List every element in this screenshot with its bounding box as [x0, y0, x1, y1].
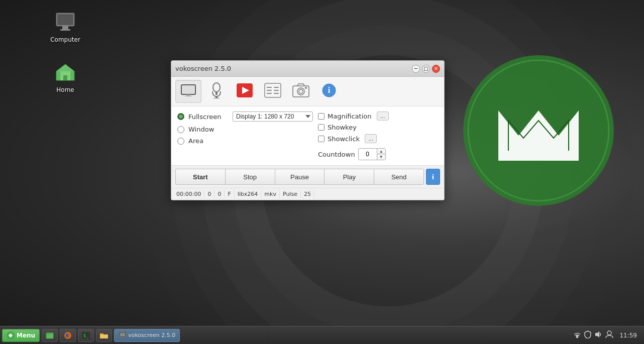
- terminal-icon: $_: [81, 331, 90, 340]
- magnification-settings-button[interactable]: ...: [377, 111, 389, 121]
- window-minimize-button[interactable]: ─: [412, 65, 420, 73]
- mint-logo: [458, 50, 619, 212]
- computer-icon-label: Computer: [50, 36, 80, 43]
- window-maximize-button[interactable]: □: [422, 65, 430, 73]
- magnification-label: Magnification: [328, 112, 372, 120]
- options-section: Magnification ... Showkey Showclick ... …: [313, 111, 438, 160]
- home-icon-label: Home: [56, 86, 74, 93]
- folder-icon: [99, 331, 109, 340]
- magnification-row: Magnification ...: [318, 111, 438, 121]
- showkey-checkbox[interactable]: [318, 124, 325, 131]
- status-encoder: libx264: [235, 190, 262, 198]
- svg-rect-13: [216, 92, 218, 95]
- countdown-row: Countdown ▲ ▼: [318, 148, 438, 160]
- status-time: 00:00:00: [175, 190, 204, 198]
- showclick-settings-button[interactable]: ...: [365, 134, 377, 143]
- fullscreen-radio[interactable]: [177, 113, 184, 120]
- taskbar-vokoscreen-item[interactable]: vokoscreen 2.5.0: [114, 329, 180, 342]
- svg-rect-21: [267, 93, 272, 94]
- tray-shield-icon[interactable]: [584, 330, 591, 340]
- desktop-icon-computer[interactable]: Computer: [45, 10, 85, 43]
- status-val1: 0: [204, 190, 214, 198]
- tray-sound-icon[interactable]: [594, 330, 602, 340]
- window-label: Window: [188, 126, 229, 133]
- taskbar-firefox-button[interactable]: [60, 329, 76, 342]
- svg-rect-20: [267, 90, 272, 91]
- svg-rect-32: [46, 333, 53, 338]
- countdown-label: Countdown: [318, 151, 355, 158]
- svg-rect-3: [60, 29, 70, 31]
- window-toolbar: i: [171, 77, 444, 106]
- magnification-checkbox[interactable]: [318, 113, 325, 120]
- svg-rect-9: [182, 86, 194, 93]
- firefox-icon: [63, 331, 72, 340]
- svg-rect-1: [57, 14, 73, 25]
- tray-user-icon[interactable]: [605, 330, 613, 340]
- play-button[interactable]: Play: [324, 169, 374, 185]
- display-select[interactable]: Display 1: 1280 x 720: [233, 111, 313, 122]
- countdown-spinner: ▲ ▼: [358, 148, 386, 160]
- status-format: mkv: [261, 190, 280, 198]
- countdown-down-button[interactable]: ▼: [377, 154, 385, 160]
- svg-point-42: [607, 331, 611, 335]
- svg-rect-11: [185, 96, 192, 96]
- svg-marker-41: [595, 331, 599, 337]
- showkey-row: Showkey: [318, 124, 438, 131]
- window-statusbar: 00:00:00 0 0 F libx264 mkv Pulse 25: [171, 188, 444, 200]
- desktop-icon-home[interactable]: Home: [45, 60, 85, 93]
- showkey-label: Showkey: [328, 124, 357, 131]
- toolbar-info-button[interactable]: i: [316, 80, 342, 103]
- svg-rect-40: [576, 335, 578, 338]
- toolbar-camera-button[interactable]: [288, 80, 314, 103]
- svg-rect-23: [274, 90, 279, 91]
- toolbar-settings-button[interactable]: [260, 80, 286, 103]
- countdown-input[interactable]: [359, 150, 377, 159]
- svg-point-28: [305, 87, 307, 89]
- toolbar-player-button[interactable]: [232, 80, 258, 103]
- countdown-up-button[interactable]: ▲: [377, 149, 385, 154]
- area-radio[interactable]: [177, 138, 184, 145]
- pause-button[interactable]: Pause: [275, 169, 325, 185]
- showclick-checkbox[interactable]: [318, 136, 325, 142]
- taskbar-terminal-button[interactable]: $_: [78, 329, 94, 342]
- svg-rect-5: [63, 75, 67, 80]
- status-codec: F: [225, 190, 234, 198]
- toolbar-screen-button[interactable]: [175, 80, 201, 103]
- window-content: Fullscreen Display 1: 1280 x 720 Window …: [171, 106, 444, 165]
- screen-tab-icon: [181, 84, 196, 98]
- svg-rect-2: [62, 26, 68, 29]
- taskbar-clock: 11:59: [616, 332, 640, 339]
- menu-label: Menu: [17, 332, 35, 339]
- window-option-row: Window: [177, 126, 313, 133]
- capture-mode-options: Fullscreen Display 1: 1280 x 720 Window …: [177, 111, 313, 160]
- home-folder-icon: [53, 60, 77, 84]
- showclick-label: Showclick: [328, 135, 360, 143]
- app-window-vokoscreen: vokoscreen 2.5.0 ─ □ ✕: [171, 60, 445, 200]
- player-tab-icon: [236, 83, 253, 100]
- svg-rect-24: [274, 93, 279, 94]
- area-label: Area: [188, 137, 229, 145]
- svg-rect-39: [120, 333, 125, 336]
- start-button[interactable]: Start: [175, 169, 225, 185]
- fullscreen-option-row: Fullscreen Display 1: 1280 x 720: [177, 111, 313, 122]
- window-close-button[interactable]: ✕: [432, 65, 440, 73]
- desktop: Computer Home vokoscreen 2.5.0: [0, 0, 644, 344]
- status-audio: Pulse: [280, 190, 301, 198]
- window-radio[interactable]: [177, 126, 184, 133]
- toolbar-audio-button[interactable]: [203, 80, 230, 103]
- svg-rect-10: [186, 94, 190, 96]
- taskbar-menu-button[interactable]: Menu: [2, 329, 40, 342]
- stop-button[interactable]: Stop: [225, 169, 275, 185]
- vokoscreen-taskbar-label: vokoscreen 2.5.0: [128, 332, 175, 338]
- taskbar-files-button[interactable]: [42, 329, 58, 342]
- window-title: vokoscreen 2.5.0: [175, 65, 231, 72]
- taskbar-folder-button[interactable]: [96, 329, 112, 342]
- fullscreen-label: Fullscreen: [188, 113, 229, 121]
- send-button[interactable]: Send: [374, 169, 424, 185]
- footer-info-button[interactable]: i: [426, 169, 440, 185]
- tray-network-icon[interactable]: [573, 330, 581, 340]
- window-footer: Start Stop Pause Play Send i: [171, 165, 444, 188]
- vokoscreen-taskbar-icon: [119, 331, 127, 339]
- files-icon: [45, 331, 54, 340]
- computer-icon: [53, 10, 77, 34]
